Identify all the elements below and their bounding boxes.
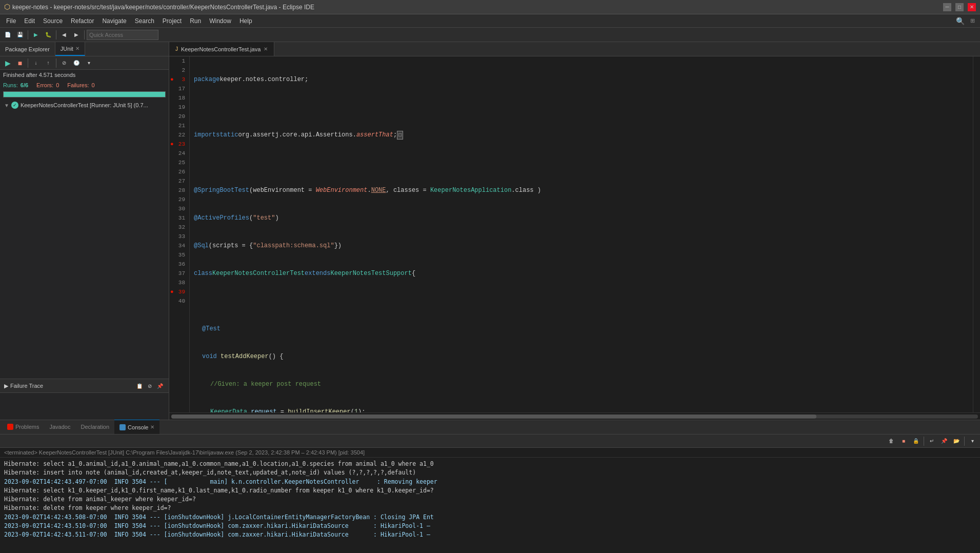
- console-pin-btn[interactable]: 📌: [938, 436, 950, 447]
- menu-window[interactable]: Window: [205, 14, 235, 27]
- back-button[interactable]: ◀: [58, 29, 70, 41]
- junit-run-btn[interactable]: ▶: [2, 57, 13, 69]
- menu-refactor[interactable]: Refactor: [67, 14, 98, 27]
- junit-sep-1: [28, 58, 28, 68]
- code-line-21: class KeeperNotesControllerTest extends …: [192, 269, 971, 278]
- code-content[interactable]: package keeper.notes.controller; import …: [190, 56, 973, 412]
- line-25: 25: [171, 158, 185, 167]
- horizontal-scrollbar[interactable]: [169, 412, 980, 420]
- tab-problems[interactable]: Problems: [2, 420, 44, 434]
- tab-declaration[interactable]: Declaration: [75, 420, 114, 434]
- maximize-button[interactable]: □: [955, 3, 964, 11]
- line-22: 22: [171, 130, 185, 140]
- console-menu-btn[interactable]: ▾: [967, 436, 978, 447]
- menu-file[interactable]: File: [2, 14, 20, 27]
- run-button[interactable]: ▶: [30, 29, 42, 41]
- test-status-text: Finished after 4.571 seconds: [3, 72, 75, 78]
- quick-access-button[interactable]: 🔍: [954, 15, 966, 27]
- editor-tab-label: KeeperNotesControllerTest.java: [181, 46, 261, 52]
- tab-package-explorer[interactable]: Package Explorer: [0, 42, 55, 56]
- menu-search[interactable]: Search: [131, 14, 158, 27]
- main-toolbar: 📄 💾 ▶ 🐛 ◀ ▶: [0, 28, 980, 42]
- forward-button[interactable]: ▶: [71, 29, 82, 41]
- console-line-9: 2023-09-02T14:42:43.511-07:00 INFO 3504 …: [4, 530, 976, 539]
- code-line-20: @Sql(scripts = {"classpath:schema.sql"}): [192, 241, 971, 250]
- junit-filter-btn[interactable]: ⊘: [58, 57, 70, 69]
- toolbar-search-input[interactable]: [87, 30, 158, 40]
- menu-run[interactable]: Run: [186, 14, 205, 27]
- junit-stop-btn[interactable]: ■: [14, 57, 26, 69]
- line-35: 35: [171, 250, 185, 260]
- toolbar-separator-1: [28, 30, 28, 40]
- main-layout: Package Explorer JUnit ✕ ▶ ■ ↓ ↑ ⊘ 🕐 ▾ F: [0, 42, 980, 553]
- test-status: Finished after 4.571 seconds: [0, 70, 169, 80]
- toolbar-separator-2: [56, 30, 56, 40]
- failure-trace-label: Failure Trace: [10, 383, 43, 389]
- panel-tabs: Package Explorer JUnit ✕: [0, 42, 169, 56]
- title-text: keeper-notes - keeper-notes/src/test/jav…: [12, 4, 314, 11]
- errors-value: 0: [56, 82, 59, 88]
- line-31: 31: [171, 213, 185, 223]
- tab-console[interactable]: Console ✕: [114, 420, 159, 434]
- console-icon: [119, 424, 126, 430]
- code-line-23: @Test: [192, 324, 971, 333]
- line-38: 38: [171, 278, 185, 287]
- menu-navigate[interactable]: Navigate: [98, 14, 130, 27]
- menu-source[interactable]: Source: [39, 14, 67, 27]
- line-27: 27: [171, 176, 185, 186]
- new-button[interactable]: 📄: [2, 29, 13, 41]
- console-line-5: Hibernate: delete from animal_keeper whe…: [4, 495, 976, 504]
- line-2: 2: [171, 66, 185, 75]
- quick-access: 🔍 ⊞: [954, 15, 978, 27]
- editor-tab-main[interactable]: J KeeperNotesControllerTest.java ✕: [169, 42, 274, 56]
- junit-history-btn[interactable]: 🕐: [71, 57, 82, 69]
- menu-project[interactable]: Project: [158, 14, 186, 27]
- failure-trace-pin-btn[interactable]: 📌: [155, 381, 165, 390]
- junit-view-menu-btn[interactable]: ▾: [83, 57, 94, 69]
- test-item-label: KeeperNotesControllerTest [Runner: JUnit…: [21, 102, 148, 108]
- h-scroll-thumb[interactable]: [171, 414, 816, 419]
- console-label: Console: [128, 424, 148, 430]
- code-line-25: //Given: a keeper post request: [192, 380, 971, 389]
- console-close-icon[interactable]: ✕: [150, 424, 154, 430]
- problems-label: Problems: [15, 424, 39, 430]
- failure-trace-filter-btn[interactable]: ⊘: [145, 381, 154, 390]
- tab-junit[interactable]: JUnit ✕: [55, 42, 85, 56]
- console-line-2: Hibernate: insert into note (animal_id,c…: [4, 468, 976, 477]
- debug-button[interactable]: 🐛: [43, 29, 54, 41]
- failures-value: 0: [92, 82, 95, 88]
- line-37: 37: [171, 269, 185, 278]
- line-1: 1: [171, 56, 185, 66]
- junit-label: JUnit: [61, 46, 73, 52]
- editor-tab-close[interactable]: ✕: [264, 46, 268, 52]
- console-open-file-btn[interactable]: 📂: [951, 436, 962, 447]
- editor-scrollbar[interactable]: [973, 56, 980, 412]
- editor-tabs: J KeeperNotesControllerTest.java ✕: [169, 42, 980, 56]
- console-sep2: [964, 437, 965, 446]
- console-word-wrap-btn[interactable]: ↵: [926, 436, 937, 447]
- code-editor[interactable]: 1 2 3 17 18 19 20 21 22 23 24 25 26 27 2…: [169, 56, 980, 412]
- errors-text: Errors:: [36, 82, 53, 88]
- console-stop-btn[interactable]: ■: [898, 436, 909, 447]
- line-32: 32: [171, 223, 185, 232]
- code-line-2: [192, 103, 971, 112]
- junit-close-icon[interactable]: ✕: [75, 46, 79, 51]
- menu-help[interactable]: Help: [235, 14, 256, 27]
- console-scroll-lock-btn[interactable]: 🔒: [910, 436, 922, 447]
- close-button[interactable]: ✕: [968, 3, 976, 11]
- runs-value: 6/6: [21, 82, 28, 88]
- errors-label: Errors: 0: [36, 82, 59, 88]
- save-button[interactable]: 💾: [14, 29, 26, 41]
- failure-trace-copy-btn[interactable]: 📋: [135, 381, 144, 390]
- minimize-button[interactable]: ─: [943, 3, 951, 11]
- line-40: 40: [171, 297, 185, 306]
- code-line-24: void testAddKeeper() {: [192, 352, 971, 361]
- perspective-button[interactable]: ⊞: [967, 15, 978, 27]
- test-tree-item[interactable]: ▼ ✓ KeeperNotesControllerTest [Runner: J…: [2, 101, 167, 110]
- menu-edit[interactable]: Edit: [20, 14, 39, 27]
- junit-prev-fail-btn[interactable]: ↑: [43, 57, 54, 69]
- console-output[interactable]: Hibernate: select a1_0.animal_id,a1_0.an…: [0, 458, 980, 553]
- junit-next-fail-btn[interactable]: ↓: [30, 57, 42, 69]
- tab-javadoc[interactable]: Javadoc: [44, 420, 75, 434]
- console-clear-btn[interactable]: 🗑: [886, 436, 897, 447]
